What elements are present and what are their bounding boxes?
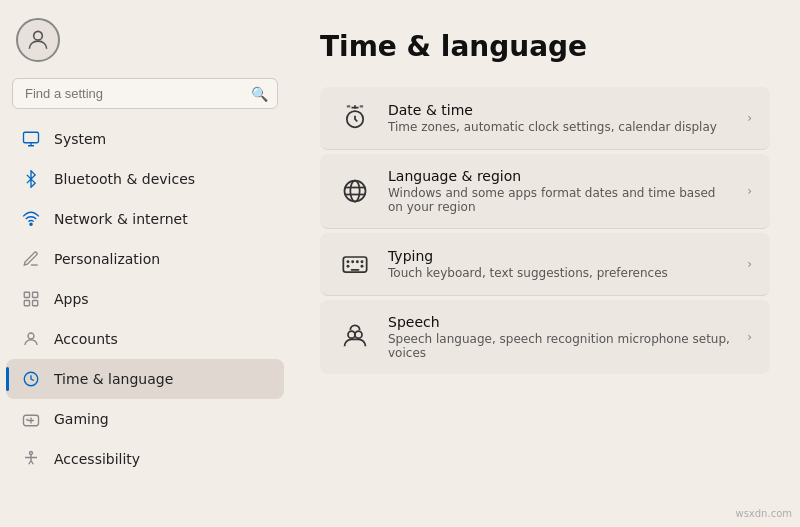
bluetooth-icon	[20, 168, 42, 190]
sidebar-item-accounts[interactable]: Accounts	[6, 319, 284, 359]
sidebar: 🔍 System Bluetooth & devices	[0, 0, 290, 527]
svg-point-27	[348, 331, 355, 338]
search-input[interactable]	[12, 78, 278, 109]
svg-rect-6	[33, 301, 38, 306]
accessibility-icon	[20, 448, 42, 470]
settings-text-datetime: Date & time Time zones, automatic clock …	[388, 102, 731, 134]
settings-desc-speech: Speech language, speech recognition micr…	[388, 332, 731, 360]
chevron-icon-datetime: ›	[747, 111, 752, 125]
sidebar-label-accessibility: Accessibility	[54, 451, 140, 467]
sidebar-item-bluetooth[interactable]: Bluetooth & devices	[6, 159, 284, 199]
language-icon	[338, 174, 372, 208]
settings-item-datetime[interactable]: Date & time Time zones, automatic clock …	[320, 87, 770, 150]
svg-point-11	[30, 452, 33, 455]
svg-rect-1	[24, 132, 39, 143]
main-content: Time & language Date & time Time zones, …	[290, 0, 800, 527]
settings-desc-typing: Touch keyboard, text suggestions, prefer…	[388, 266, 731, 280]
svg-point-16	[350, 181, 359, 202]
svg-rect-3	[24, 292, 29, 297]
svg-point-28	[355, 331, 362, 338]
svg-point-7	[28, 333, 34, 339]
avatar	[16, 18, 60, 62]
network-icon	[20, 208, 42, 230]
settings-item-speech[interactable]: Speech Speech language, speech recogniti…	[320, 300, 770, 374]
chevron-icon-language: ›	[747, 184, 752, 198]
sidebar-header	[0, 0, 290, 72]
settings-label-language: Language & region	[388, 168, 731, 184]
personalization-icon	[20, 248, 42, 270]
watermark: wsxdn.com	[735, 508, 792, 519]
settings-text-speech: Speech Speech language, speech recogniti…	[388, 314, 731, 360]
system-icon	[20, 128, 42, 150]
settings-item-typing[interactable]: Typing Touch keyboard, text suggestions,…	[320, 233, 770, 296]
chevron-icon-typing: ›	[747, 257, 752, 271]
svg-point-2	[30, 223, 32, 225]
settings-list: Date & time Time zones, automatic clock …	[320, 87, 770, 374]
settings-text-language: Language & region Windows and some apps …	[388, 168, 731, 214]
search-icon: 🔍	[251, 86, 268, 102]
datetime-icon	[338, 101, 372, 135]
sidebar-label-network: Network & internet	[54, 211, 188, 227]
settings-text-typing: Typing Touch keyboard, text suggestions,…	[388, 248, 731, 280]
settings-label-datetime: Date & time	[388, 102, 731, 118]
nav-list: System Bluetooth & devices Network & int…	[0, 119, 290, 527]
sidebar-item-system[interactable]: System	[6, 119, 284, 159]
accounts-icon	[20, 328, 42, 350]
sidebar-item-time[interactable]: Time & language	[6, 359, 284, 399]
svg-rect-14	[360, 105, 364, 107]
sidebar-label-accounts: Accounts	[54, 331, 118, 347]
settings-label-typing: Typing	[388, 248, 731, 264]
sidebar-item-personalization[interactable]: Personalization	[6, 239, 284, 279]
chevron-icon-speech: ›	[747, 330, 752, 344]
sidebar-item-gaming[interactable]: Gaming	[6, 399, 284, 439]
sidebar-label-gaming: Gaming	[54, 411, 109, 427]
sidebar-item-network[interactable]: Network & internet	[6, 199, 284, 239]
settings-desc-language: Windows and some apps format dates and t…	[388, 186, 731, 214]
svg-point-0	[34, 31, 43, 40]
time-icon	[20, 368, 42, 390]
typing-icon	[338, 247, 372, 281]
sidebar-label-bluetooth: Bluetooth & devices	[54, 171, 195, 187]
sidebar-label-apps: Apps	[54, 291, 89, 307]
settings-desc-datetime: Time zones, automatic clock settings, ca…	[388, 120, 731, 134]
svg-point-15	[345, 181, 366, 202]
settings-label-speech: Speech	[388, 314, 731, 330]
sidebar-label-personalization: Personalization	[54, 251, 160, 267]
svg-rect-4	[33, 292, 38, 297]
svg-point-10	[27, 419, 28, 420]
svg-rect-13	[347, 105, 351, 107]
page-title: Time & language	[320, 30, 770, 63]
sidebar-label-time: Time & language	[54, 371, 173, 387]
speech-icon	[338, 320, 372, 354]
gaming-icon	[20, 408, 42, 430]
svg-rect-5	[24, 301, 29, 306]
sidebar-label-system: System	[54, 131, 106, 147]
search-box[interactable]: 🔍	[12, 78, 278, 109]
sidebar-item-apps[interactable]: Apps	[6, 279, 284, 319]
sidebar-item-accessibility[interactable]: Accessibility	[6, 439, 284, 479]
apps-icon	[20, 288, 42, 310]
settings-item-language[interactable]: Language & region Windows and some apps …	[320, 154, 770, 229]
